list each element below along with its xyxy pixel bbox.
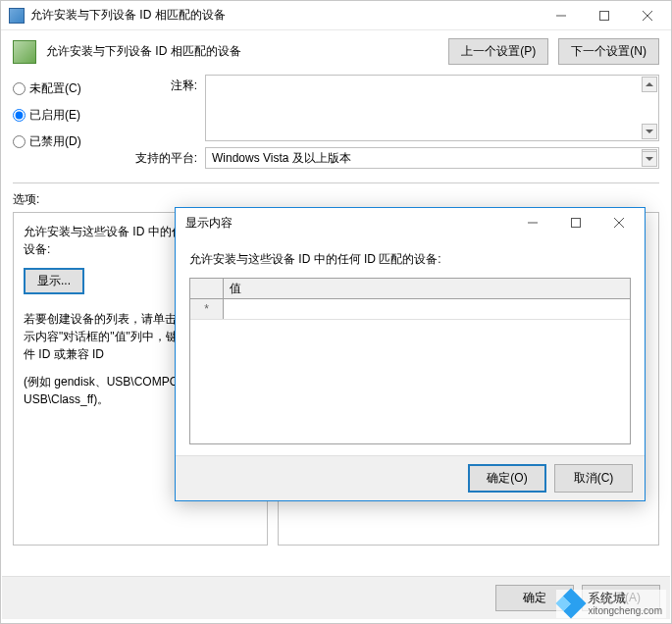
grid-header: 值 xyxy=(190,279,630,299)
policy-title: 允许安装与下列设备 ID 相匹配的设备 xyxy=(46,43,439,60)
window-title: 允许安装与下列设备 ID 相匹配的设备 xyxy=(30,7,540,24)
dialog-window-controls xyxy=(511,209,641,236)
dialog-close-button[interactable] xyxy=(597,209,641,236)
radio-disabled[interactable]: 已禁用(D) xyxy=(13,133,111,150)
scroll-down-icon[interactable] xyxy=(642,151,657,167)
dialog-titlebar: 显示内容 xyxy=(176,208,645,237)
dialog-footer: 确定(O) 取消(C) xyxy=(176,455,645,500)
titlebar: 允许安装与下列设备 ID 相匹配的设备 xyxy=(1,1,671,30)
dialog-maximize-button[interactable] xyxy=(554,209,597,236)
close-button[interactable] xyxy=(626,2,669,29)
radio-not-configured[interactable]: 未配置(C) xyxy=(13,80,111,97)
header-row: 允许安装与下列设备 ID 相匹配的设备 上一个设置(P) 下一个设置(N) xyxy=(13,38,659,65)
platform-row: 支持的平台: Windows Vista 及以上版本 xyxy=(130,147,659,169)
minimize-button[interactable] xyxy=(540,2,583,29)
window-controls xyxy=(540,2,669,29)
radio-not-configured-input[interactable] xyxy=(13,82,26,95)
dialog-instruction: 允许安装与这些设备 ID 中的任何 ID 匹配的设备: xyxy=(189,251,631,268)
next-setting-button[interactable]: 下一个设置(N) xyxy=(558,38,659,65)
grid-cell-value[interactable] xyxy=(224,299,630,319)
divider xyxy=(13,182,659,183)
comment-label: 注释: xyxy=(130,75,197,94)
grid-header-value[interactable]: 值 xyxy=(224,279,630,298)
comment-textarea[interactable] xyxy=(205,75,659,141)
radio-disabled-label: 已禁用(D) xyxy=(29,133,81,150)
watermark-text: 系统城 xitongcheng.com xyxy=(588,592,662,616)
app-icon xyxy=(9,8,25,24)
radio-enabled-input[interactable] xyxy=(13,109,26,122)
config-row: 未配置(C) 已启用(E) 已禁用(D) 注释: xyxy=(13,75,659,169)
dialog-cancel-button[interactable]: 取消(C) xyxy=(554,464,633,493)
platform-label: 支持的平台: xyxy=(130,147,197,167)
watermark-logo-icon xyxy=(556,589,587,619)
show-contents-dialog: 显示内容 允许安装与这些设备 ID 中的任何 ID 匹配的设备: 值 * 确定(… xyxy=(175,207,646,501)
grid-header-selector[interactable] xyxy=(190,279,224,298)
dialog-ok-button[interactable]: 确定(O) xyxy=(468,464,546,493)
dialog-minimize-button[interactable] xyxy=(511,209,554,236)
dialog-body: 允许安装与这些设备 ID 中的任何 ID 匹配的设备: 值 * xyxy=(176,237,645,455)
previous-setting-button[interactable]: 上一个设置(P) xyxy=(448,38,548,65)
scroll-up-icon[interactable] xyxy=(642,77,657,92)
show-button[interactable]: 显示... xyxy=(24,268,84,294)
comment-row: 注释: xyxy=(130,75,659,141)
radio-disabled-input[interactable] xyxy=(13,135,26,148)
svg-rect-1 xyxy=(600,11,609,20)
platform-value-box: Windows Vista 及以上版本 xyxy=(205,147,659,169)
maximize-button[interactable] xyxy=(583,2,626,29)
grid-row-marker: * xyxy=(190,299,224,319)
policy-icon xyxy=(13,40,36,64)
scroll-down-icon[interactable] xyxy=(642,124,657,139)
radio-enabled[interactable]: 已启用(E) xyxy=(13,107,111,124)
platform-value: Windows Vista 及以上版本 xyxy=(212,151,351,165)
right-column: 注释: 支持的平台: Windows Vista 及以上版本 xyxy=(130,75,659,169)
watermark: 系统城 xitongcheng.com xyxy=(556,590,666,618)
svg-rect-5 xyxy=(572,219,581,228)
radio-not-configured-label: 未配置(C) xyxy=(29,80,81,97)
value-grid[interactable]: 值 * xyxy=(189,278,631,444)
watermark-url: xitongcheng.com xyxy=(588,605,662,616)
radio-enabled-label: 已启用(E) xyxy=(29,107,80,124)
grid-row-new[interactable]: * xyxy=(190,299,630,320)
watermark-brand: 系统城 xyxy=(588,592,662,605)
options-label: 选项: xyxy=(13,191,659,208)
state-radios: 未配置(C) 已启用(E) 已禁用(D) xyxy=(13,75,111,169)
dialog-title: 显示内容 xyxy=(185,215,511,232)
